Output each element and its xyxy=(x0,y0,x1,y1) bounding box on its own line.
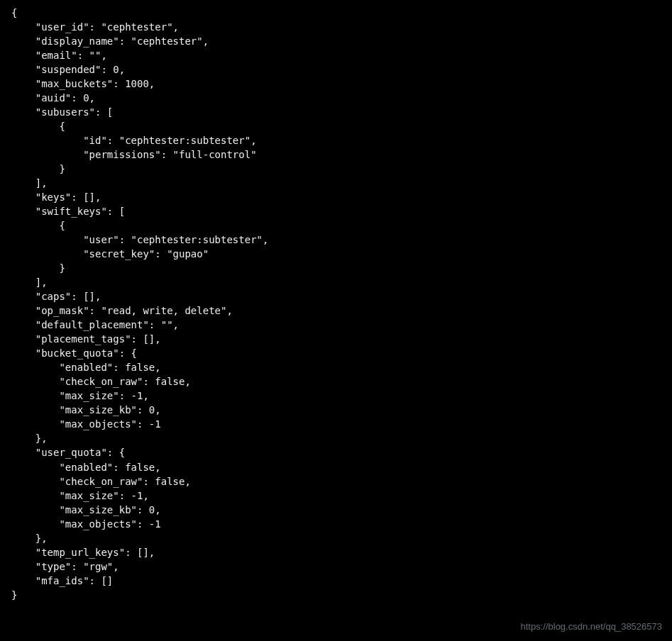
watermark-text: https://blog.csdn.net/qq_38526573 xyxy=(521,620,663,634)
terminal-output: { "user_id": "cephtester", "display_name… xyxy=(0,0,672,641)
json-output: { "user_id": "cephtester", "display_name… xyxy=(0,0,672,608)
